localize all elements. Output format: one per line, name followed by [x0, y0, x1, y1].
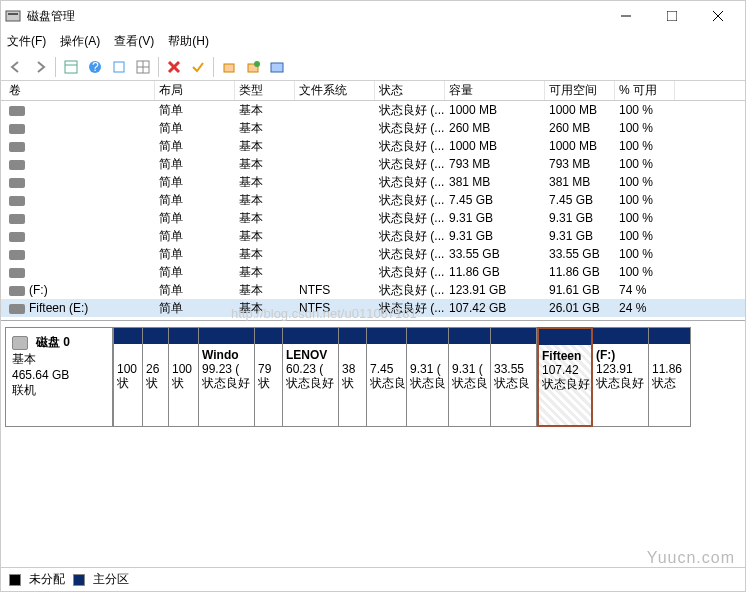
help-button[interactable]: ? — [84, 56, 106, 78]
col-pct[interactable]: % 可用 — [615, 81, 675, 100]
svg-rect-16 — [224, 64, 234, 72]
properties-button[interactable] — [132, 56, 154, 78]
legend-unallocated-icon — [9, 574, 21, 586]
partition-block[interactable]: 11.86状态 — [649, 327, 691, 427]
app-icon — [5, 8, 21, 24]
table-row[interactable]: 简单基本状态良好 (...381 MB381 MB100 % — [1, 173, 745, 191]
menu-view[interactable]: 查看(V) — [114, 33, 154, 50]
disk-status: 联机 — [12, 382, 106, 399]
partition-block[interactable]: Windo99.23 (状态良好 — [199, 327, 255, 427]
menu-action[interactable]: 操作(A) — [60, 33, 100, 50]
attach-button[interactable] — [242, 56, 264, 78]
settings-button[interactable] — [266, 56, 288, 78]
partition-block[interactable]: 9.31 (状态良 — [449, 327, 491, 427]
table-row[interactable]: 简单基本状态良好 (...33.55 GB33.55 GB100 % — [1, 245, 745, 263]
window-title: 磁盘管理 — [27, 8, 75, 25]
partition-block[interactable]: 7.45状态良 — [367, 327, 407, 427]
svg-rect-0 — [6, 11, 20, 21]
col-status[interactable]: 状态 — [375, 81, 445, 100]
remove-button[interactable] — [163, 56, 185, 78]
partition-block[interactable]: 38状 — [339, 327, 367, 427]
menu-help[interactable]: 帮助(H) — [168, 33, 209, 50]
partition-block[interactable]: 26状 — [143, 327, 169, 427]
disk-graphical-view: 磁盘 0 基本 465.64 GB 联机 100状 26状 100状Windo9… — [1, 321, 745, 449]
refresh-button[interactable] — [108, 56, 130, 78]
table-row[interactable]: 简单基本状态良好 (...9.31 GB9.31 GB100 % — [1, 209, 745, 227]
col-free[interactable]: 可用空间 — [545, 81, 615, 100]
menu-file[interactable]: 文件(F) — [7, 33, 46, 50]
disk-label: 磁盘 0 — [36, 334, 70, 351]
disk-icon — [12, 336, 28, 350]
svg-rect-1 — [8, 13, 18, 15]
col-capacity[interactable]: 容量 — [445, 81, 545, 100]
partition-block[interactable]: LENOV60.23 (状态良好 — [283, 327, 339, 427]
partition-block[interactable]: Fifteen107.42状态良好 — [537, 327, 593, 427]
partition-block[interactable]: 33.55状态良 — [491, 327, 537, 427]
apply-button[interactable] — [187, 56, 209, 78]
table-row[interactable]: 简单基本状态良好 (...1000 MB1000 MB100 % — [1, 101, 745, 119]
table-row[interactable]: 简单基本状态良好 (...1000 MB1000 MB100 % — [1, 137, 745, 155]
volume-list[interactable]: 卷 布局 类型 文件系统 状态 容量 可用空间 % 可用 简单基本状态良好 (.… — [1, 81, 745, 321]
disk-info[interactable]: 磁盘 0 基本 465.64 GB 联机 — [5, 327, 113, 427]
svg-rect-19 — [271, 63, 283, 72]
column-headers: 卷 布局 类型 文件系统 状态 容量 可用空间 % 可用 — [1, 81, 745, 101]
disk-type: 基本 — [12, 351, 106, 368]
partition-block[interactable]: (F:)123.91状态良好 — [593, 327, 649, 427]
table-row[interactable]: 简单基本状态良好 (...11.86 GB11.86 GB100 % — [1, 263, 745, 281]
legend-primary: 主分区 — [93, 571, 129, 588]
legend-unallocated: 未分配 — [29, 571, 65, 588]
close-button[interactable] — [695, 1, 741, 31]
brand-watermark: Yuucn.com — [647, 549, 735, 567]
col-fs[interactable]: 文件系统 — [295, 81, 375, 100]
svg-rect-3 — [667, 11, 677, 21]
partition-block[interactable]: 9.31 (状态良 — [407, 327, 449, 427]
disk-size: 465.64 GB — [12, 368, 106, 382]
maximize-button[interactable] — [649, 1, 695, 31]
svg-text:?: ? — [92, 60, 99, 74]
svg-point-18 — [254, 61, 260, 67]
minimize-button[interactable] — [603, 1, 649, 31]
table-row[interactable]: 简单基本状态良好 (...7.45 GB7.45 GB100 % — [1, 191, 745, 209]
back-button[interactable] — [5, 56, 27, 78]
table-row[interactable]: 简单基本状态良好 (...260 MB260 MB100 % — [1, 119, 745, 137]
title-bar: 磁盘管理 — [1, 1, 745, 31]
table-row[interactable]: 简单基本状态良好 (...793 MB793 MB100 % — [1, 155, 745, 173]
legend-primary-icon — [73, 574, 85, 586]
partition-block[interactable]: 79状 — [255, 327, 283, 427]
table-row[interactable]: Fifteen (E:)简单基本NTFS状态良好 (...107.42 GB26… — [1, 299, 745, 317]
view-list-button[interactable] — [60, 56, 82, 78]
svg-rect-10 — [114, 62, 124, 72]
table-row[interactable]: (F:)简单基本NTFS状态良好 (...123.91 GB91.61 GB74… — [1, 281, 745, 299]
col-type[interactable]: 类型 — [235, 81, 295, 100]
rescan-button[interactable] — [218, 56, 240, 78]
svg-rect-6 — [65, 61, 77, 73]
partition-block[interactable]: 100状 — [169, 327, 199, 427]
legend: 未分配 主分区 — [1, 567, 745, 591]
col-volume[interactable]: 卷 — [5, 81, 155, 100]
col-layout[interactable]: 布局 — [155, 81, 235, 100]
toolbar: ? — [1, 53, 745, 81]
menu-bar: 文件(F) 操作(A) 查看(V) 帮助(H) — [1, 31, 745, 53]
partition-block[interactable]: 100状 — [113, 327, 143, 427]
table-row[interactable]: 简单基本状态良好 (...9.31 GB9.31 GB100 % — [1, 227, 745, 245]
forward-button[interactable] — [29, 56, 51, 78]
